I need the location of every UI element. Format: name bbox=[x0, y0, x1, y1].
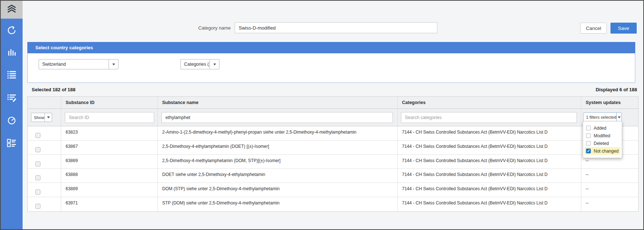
row-checkbox[interactable] bbox=[35, 161, 40, 166]
search-substance-name-input[interactable] bbox=[161, 112, 393, 123]
sidebar-item-layout[interactable] bbox=[1, 135, 23, 152]
country-select[interactable]: Switzerland bbox=[39, 59, 118, 69]
row-checkbox[interactable] bbox=[35, 204, 40, 209]
table-header-row: Substance ID Substance name Categories S… bbox=[28, 97, 638, 109]
main-content: Category name Cancel Save Select country… bbox=[23, 1, 643, 229]
sidebar-item-statistics[interactable] bbox=[1, 45, 23, 61]
row-checkbox[interactable] bbox=[35, 147, 40, 152]
table-row: 63823 2-Amino-1-(2,5-dimethoxy-4-methyl)… bbox=[28, 126, 638, 141]
sidebar-item-edit-lists[interactable] bbox=[1, 90, 23, 106]
cell-categories: 7144 - CH Swiss Controlled Substances Ac… bbox=[398, 155, 581, 169]
bar-chart-icon bbox=[7, 47, 17, 59]
cell-system-updates: -- bbox=[581, 197, 638, 211]
filter-option-not-changed[interactable]: Not changed bbox=[585, 147, 620, 155]
cell-substance-name: 2-Amino-1-(2,5-dimethoxy-4-methyl)-pheny… bbox=[158, 126, 398, 140]
cell-categories: 7144 - CH Swiss Controlled Substances Ac… bbox=[398, 126, 581, 140]
displayed-count: Displayed 6 of 188 bbox=[596, 87, 637, 92]
show-select-toggle[interactable] bbox=[44, 113, 52, 122]
category-name-label: Category name bbox=[198, 25, 231, 31]
checkbox[interactable] bbox=[586, 133, 591, 138]
filter-option-deleted[interactable]: Deleted bbox=[585, 139, 620, 147]
logo-icon bbox=[5, 3, 18, 17]
system-updates-filter-dropdown: Added Modified Deleted Not changed bbox=[583, 121, 622, 158]
cancel-button[interactable]: Cancel bbox=[580, 23, 607, 34]
selected-count: Selected 182 of 188 bbox=[32, 87, 75, 92]
table-row: 63971 STP (DOM) siehe unter 2,5-Dimethox… bbox=[28, 197, 638, 211]
chevron-down-icon bbox=[618, 116, 621, 118]
panel-title: Select country categories bbox=[27, 42, 635, 53]
chevron-down-icon bbox=[112, 64, 115, 65]
table-row: 63889 DOM (STP) siehe unter 2,5-Dimethox… bbox=[28, 183, 638, 197]
country-select-toggle[interactable] bbox=[109, 60, 118, 69]
cell-categories: 7144 - CH Swiss Controlled Substances Ac… bbox=[398, 197, 581, 211]
cell-substance-id: 63869 bbox=[61, 155, 158, 169]
cell-substance-id: 63971 bbox=[61, 197, 158, 211]
cell-system-updates: -- bbox=[581, 169, 638, 183]
cell-categories: 7144 - CH Swiss Controlled Substances Ac… bbox=[398, 169, 581, 183]
cell-system-updates: -- bbox=[581, 183, 638, 197]
bullet-list-icon bbox=[7, 69, 17, 81]
app-logo[interactable] bbox=[1, 1, 23, 19]
chevron-down-icon bbox=[213, 64, 216, 65]
cell-substance-id: 63889 bbox=[61, 183, 158, 197]
sidebar-item-refresh[interactable] bbox=[1, 23, 23, 39]
row-checkbox[interactable] bbox=[35, 175, 40, 180]
filter-option-modified[interactable]: Modified bbox=[585, 132, 620, 139]
sidebar-item-timer[interactable] bbox=[1, 113, 23, 129]
categories-select[interactable]: Categories (1) bbox=[180, 59, 219, 69]
checkbox[interactable] bbox=[586, 149, 591, 153]
cell-categories: 7144 - CH Swiss Controlled Substances Ac… bbox=[398, 183, 581, 197]
table-row: 63888 DOET siehe unter 2,5-Dimethoxy-4-e… bbox=[28, 169, 638, 183]
column-header-system-updates[interactable]: System updates bbox=[581, 97, 638, 108]
category-name-input[interactable] bbox=[235, 22, 437, 33]
search-id-input[interactable] bbox=[65, 112, 154, 123]
country-select-value: Switzerland bbox=[39, 60, 109, 69]
substances-table: Substance ID Substance name Categories S… bbox=[27, 96, 639, 212]
categories-select-value: Categories (1) bbox=[181, 60, 210, 69]
layout-list-icon bbox=[7, 138, 17, 149]
column-header-substance-id[interactable]: Substance ID bbox=[61, 97, 158, 108]
cell-substance-name: DOM (STP) siehe unter 2,5-Dimethoxy-4-me… bbox=[158, 183, 398, 197]
list-edit-icon bbox=[7, 92, 17, 104]
system-updates-filter-value: 1 filters selected bbox=[583, 113, 616, 122]
cell-categories: 7144 - CH Swiss Controlled Substances Ac… bbox=[398, 141, 581, 154]
admin-window: Exit administration admin Help Category … bbox=[0, 0, 644, 230]
filter-option-added[interactable]: Added bbox=[585, 124, 620, 132]
row-checkbox[interactable] bbox=[35, 133, 40, 138]
table-row: 63869 2,5-Dimethoxy-4-methylamphetamin (… bbox=[28, 155, 638, 169]
categories-select-toggle[interactable] bbox=[210, 60, 219, 69]
table-filter-row: Show 1 filters selected bbox=[28, 109, 638, 126]
checkbox-column-header bbox=[28, 97, 61, 108]
sidebar-item-lists[interactable] bbox=[1, 67, 23, 83]
cell-substance-name: STP (DOM) siehe unter 2,5-Dimethoxy-4-me… bbox=[158, 197, 398, 211]
cell-substance-name: DOET siehe unter 2,5-Dimethoxy-4-ethylam… bbox=[158, 169, 398, 183]
cell-substance-id: 63823 bbox=[61, 126, 158, 140]
show-select[interactable]: Show bbox=[31, 113, 52, 122]
refresh-icon bbox=[7, 25, 17, 37]
checkbox[interactable] bbox=[586, 126, 591, 130]
show-select-value: Show bbox=[31, 113, 44, 122]
column-header-substance-name[interactable]: Substance name bbox=[158, 97, 398, 108]
system-updates-filter-select[interactable]: 1 filters selected bbox=[583, 112, 622, 122]
cell-substance-name: 2,5-Dimethoxy-4-methylamphetamin (DOM, S… bbox=[158, 155, 398, 169]
sidebar bbox=[1, 1, 23, 229]
search-categories-input[interactable] bbox=[401, 112, 577, 123]
cell-substance-id: 63867 bbox=[61, 141, 158, 154]
table-row: 63867 2,5-Dimethoxy-4-ethylamphetamin (D… bbox=[28, 141, 638, 155]
chevron-down-icon bbox=[47, 116, 50, 118]
system-updates-filter-toggle[interactable] bbox=[616, 113, 621, 122]
checkbox[interactable] bbox=[586, 141, 591, 146]
column-header-categories[interactable]: Categories bbox=[398, 97, 581, 108]
timer-icon bbox=[7, 115, 17, 127]
cell-substance-name: 2,5-Dimethoxy-4-ethylamphetamin (DOET) [… bbox=[158, 141, 398, 154]
cell-substance-id: 63888 bbox=[61, 169, 158, 183]
country-categories-panel: Switzerland Categories (1) bbox=[27, 53, 635, 83]
save-button[interactable]: Save bbox=[610, 23, 637, 34]
row-checkbox[interactable] bbox=[35, 189, 40, 195]
